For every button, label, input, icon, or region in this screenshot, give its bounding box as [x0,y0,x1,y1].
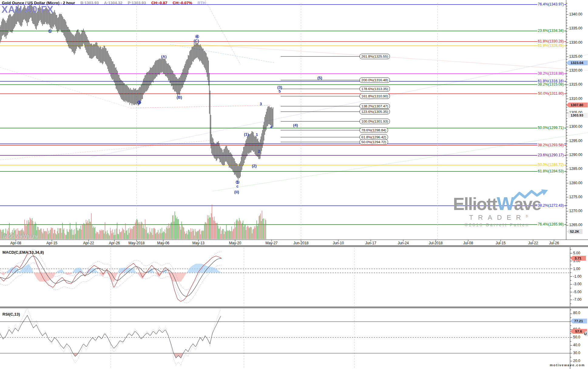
wave-label[interactable]: (5) [317,76,322,80]
wave-label[interactable]: (4) [293,123,298,127]
volume-bar [140,222,140,239]
volume-bar [263,218,264,239]
wave-label[interactable]: (3) [277,85,282,90]
fib-level-label[interactable]: 76.4%(1265.98) [537,222,564,226]
volume-bar [165,229,165,239]
volume-bar [48,234,49,239]
fib-extension-label[interactable]: 261.8%(1325.55) [360,54,390,59]
volume-bar [256,221,257,239]
volume-bar [110,228,111,239]
volume-bar [52,228,52,239]
pane-separator-macd[interactable] [0,245,588,247]
fib-level-label[interactable]: 38.2%(1293.58) [537,143,564,147]
volume-bar [68,232,68,239]
wave-label[interactable]: 4 [270,125,272,129]
fib-extension-label[interactable]: 123.6%(1305.35) [360,109,390,114]
fib-extension-label[interactable]: 50.0%(1294.72) [360,139,388,145]
volume-bar [135,223,136,239]
fib-extension-label[interactable]: 178.6%(1313.35) [360,86,390,92]
volume-bar [137,220,138,239]
volume-bar [84,224,85,239]
fib-extension-label[interactable]: 100.0%(1301.93) [360,119,390,124]
volume-bar [158,230,158,239]
price-tag: 3.71 [570,256,586,261]
wave-label[interactable]: ③ [137,100,141,105]
wave-label[interactable]: 3 [260,102,262,106]
trendline[interactable] [170,44,275,63]
volume-bar [165,233,166,239]
volume-bar [235,227,236,239]
trendline[interactable] [0,140,212,160]
wave-label[interactable]: (ii) [234,190,239,194]
price-axis-label: 1300.00 [569,124,582,129]
wave-label[interactable]: 1 [256,132,258,137]
volume-bar [172,215,173,239]
volume-bar [195,229,196,239]
fib-level-label[interactable]: 38.2%(1318.88) [537,71,564,76]
volume-bar [119,229,120,239]
rsi-axis-label: 20.0 [573,359,580,363]
volume-bar [91,213,92,239]
volume-bar [113,232,114,239]
price-tag: 77.21 [570,319,587,323]
trendline[interactable] [212,133,588,191]
fib-level-label[interactable]: 38.2%(1315.08) [537,82,564,86]
wave-label[interactable]: (C) [194,39,199,43]
volume-bar [209,215,209,239]
fib-level-label[interactable]: 61.8%(1330.28) [537,39,564,43]
wave-label[interactable]: 5 [279,89,281,93]
fib-level-label[interactable]: 23.6%(1334.34) [537,29,564,33]
volume-bar [112,233,112,239]
volume-bar [247,226,248,239]
trendline[interactable] [205,0,240,64]
fib-level-label[interactable]: 50.0%(1311.80) [537,91,564,96]
volume-bar [54,230,55,239]
trendline[interactable] [91,55,588,157]
wave-label[interactable]: ① [48,29,52,34]
volume-bar [46,231,46,239]
wave-label[interactable]: (B) [177,95,182,100]
trendline[interactable] [130,105,271,108]
volume-bar [215,223,216,239]
volume-bar [168,229,168,239]
fib-level-label[interactable]: 23.6%(1290.17) [537,153,564,157]
fib-level-label[interactable]: 50.0%(1299.71) [537,126,564,130]
volume-bar [185,234,186,239]
price-axis-label: 1280.00 [569,181,582,185]
fib-extension-label[interactable]: 78.6%(1298.84) [360,127,388,133]
chart-canvas[interactable] [0,0,588,369]
fib-level-label[interactable]: 50.0%(1286.72) [537,163,564,167]
volume-bar [210,217,211,239]
volume-bar [209,218,210,239]
volume-bar [121,231,122,239]
volume-bar [177,217,177,239]
wave-label[interactable]: (A) [161,54,167,59]
wave-label[interactable]: 2 [258,149,260,154]
wave-label[interactable]: (2) [252,164,257,168]
volume-bar [204,225,205,239]
wave-label[interactable]: c [236,184,238,188]
price-axis-label: 1315.00 [569,82,582,86]
macd-indicator-label[interactable]: MACD(C,EMA,13,34,8) [2,250,44,255]
fib-level-label[interactable]: 38.2%(1272.43) [537,203,564,208]
fib-extension-label[interactable]: 200.0%(1316.48) [360,77,390,83]
fib-extension-label[interactable]: 161.8%(1310.90) [360,93,390,99]
fib-level-label[interactable]: 76.4%(1343.97) [537,2,564,6]
volume-bar [104,233,105,239]
date-axis-label: Apr-22 [77,241,100,245]
fib-level-label[interactable]: 61.8%(1284.53) [537,169,564,173]
volume-bar [118,234,119,239]
rsi-indicator-label[interactable]: RSI(C,13) [2,312,20,317]
fib-level-label[interactable]: 61.8%(1328.85) [537,43,564,48]
volume-bar [250,227,250,239]
ask-value: A:1304.32 [104,1,123,5]
wave-label[interactable]: (1) [244,132,249,137]
volume-bar [178,219,179,239]
volume-bar [206,222,206,239]
volume-bar [72,235,73,239]
fib-extension-label[interactable]: 138.2%(1307.47) [360,103,390,109]
volume-bar [206,223,207,239]
pane-separator-rsi[interactable] [0,306,588,308]
volume-bar [169,228,170,239]
volume-bar [188,230,189,239]
